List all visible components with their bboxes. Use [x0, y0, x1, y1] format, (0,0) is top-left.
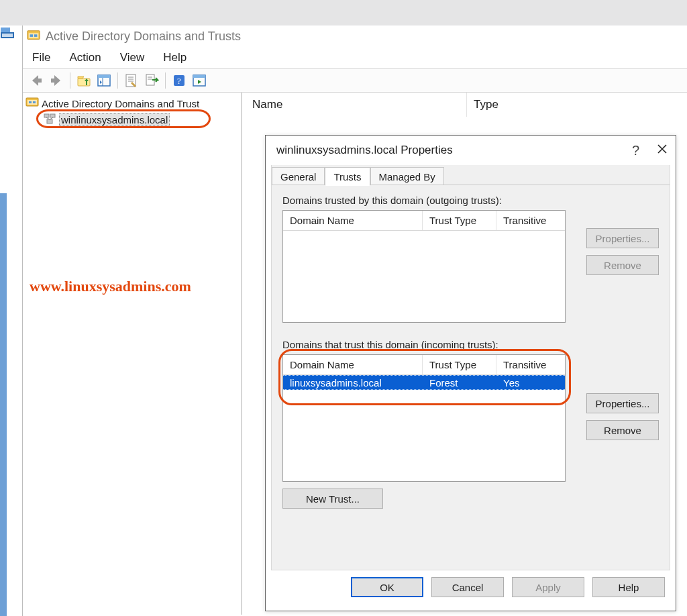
outer-banner	[0, 0, 687, 25]
svg-rect-9	[98, 75, 110, 78]
tab-trusts[interactable]: Trusts	[325, 167, 370, 186]
tree-root-row[interactable]: Active Directory Domains and Trust	[25, 95, 238, 111]
close-icon[interactable]	[657, 144, 668, 158]
menu-bar: File Action View Help	[23, 47, 687, 68]
outgoing-properties-button: Properties...	[586, 228, 659, 248]
dialog-body: General Trusts Managed By Domains truste…	[271, 165, 670, 570]
ok-button[interactable]: OK	[351, 577, 423, 597]
svg-rect-30	[47, 119, 52, 123]
tab-managed-by[interactable]: Managed By	[370, 167, 444, 186]
cell-trust-type: Forest	[423, 376, 496, 389]
domains-root-icon	[25, 96, 39, 111]
outgoing-side-buttons: Properties... Remove	[586, 228, 659, 275]
incoming-side-buttons: Properties... Remove	[586, 393, 659, 440]
menu-help[interactable]: Help	[163, 51, 187, 64]
new-trust-button[interactable]: New Trust...	[282, 489, 383, 509]
up-one-level-button[interactable]	[74, 71, 93, 90]
svg-rect-7	[78, 79, 90, 86]
svg-rect-5	[30, 34, 34, 37]
apply-button: Apply	[512, 577, 584, 597]
left-tab-edge	[0, 193, 7, 616]
toolbar-sep-2	[117, 72, 118, 89]
svg-text:?: ?	[177, 76, 181, 86]
properties-dialog: winlinuxsysadmins.local Properties ? Gen…	[265, 135, 676, 611]
show-hide-tree-button[interactable]	[95, 71, 113, 90]
svg-rect-28	[44, 114, 49, 117]
export-list-button[interactable]	[142, 71, 161, 90]
tab-page-trusts: Domains trusted by this domain (outgoing…	[272, 185, 670, 570]
list-col-type[interactable]: Type	[467, 93, 687, 117]
cancel-button[interactable]: Cancel	[431, 577, 504, 597]
table-row[interactable]: linuxsysadmins.local Forest Yes	[283, 375, 565, 390]
properties-button[interactable]	[122, 71, 141, 90]
incoming-trusts-table[interactable]: Domain Name Trust Type Transitive linuxs…	[282, 354, 566, 482]
server-manager-icon	[0, 25, 15, 40]
col-domain-name-2[interactable]: Domain Name	[283, 355, 423, 374]
list-header: Name Type	[242, 93, 687, 117]
menu-file[interactable]: File	[32, 51, 50, 64]
outgoing-table-body	[283, 231, 565, 322]
toolbar-sep-3	[165, 72, 166, 89]
col-transitive[interactable]: Transitive	[496, 211, 565, 230]
back-button[interactable]	[27, 71, 46, 90]
incoming-remove-button[interactable]: Remove	[586, 420, 659, 440]
list-col-name[interactable]: Name	[246, 93, 467, 117]
tab-strip: General Trusts Managed By	[272, 165, 670, 185]
tree-domain-row[interactable]: winlinuxsysadmins.local	[25, 111, 238, 127]
show-hide-action-pane-button[interactable]	[190, 71, 209, 90]
outgoing-table-header: Domain Name Trust Type Transitive	[283, 211, 565, 231]
svg-rect-29	[50, 114, 55, 117]
outgoing-remove-button: Remove	[586, 255, 659, 275]
toolbar-sep-1	[70, 72, 70, 89]
incoming-properties-button[interactable]: Properties...	[586, 393, 659, 413]
svg-rect-22	[193, 75, 205, 78]
incoming-table-body: linuxsysadmins.local Forest Yes	[283, 375, 565, 481]
svg-rect-2	[2, 34, 13, 37]
incoming-trusts-label: Domains that trust this domain (incoming…	[282, 339, 659, 350]
svg-marker-23	[198, 80, 201, 84]
menu-action[interactable]: Action	[69, 51, 101, 64]
toolbar: ?	[23, 68, 687, 93]
watermark-text: www.linuxsysadmins.com	[30, 278, 191, 295]
outer-left-fragment	[0, 25, 22, 616]
svg-rect-6	[34, 34, 38, 37]
title-bar: Active Directory Domains and Trusts	[23, 25, 687, 47]
menu-view[interactable]: View	[120, 51, 145, 64]
dialog-footer: OK Cancel Apply Help	[266, 570, 676, 604]
dialog-title-text: winlinuxsysadmins.local Properties	[276, 144, 453, 157]
svg-rect-26	[29, 101, 32, 103]
svg-marker-11	[100, 81, 102, 84]
col-trust-type-2[interactable]: Trust Type	[423, 355, 496, 374]
col-domain-name[interactable]: Domain Name	[283, 211, 423, 230]
incoming-table-header: Domain Name Trust Type Transitive	[283, 355, 565, 375]
cell-domain: linuxsysadmins.local	[283, 376, 423, 389]
forward-button[interactable]	[47, 71, 66, 90]
svg-rect-1	[1, 28, 10, 32]
app-icon	[27, 30, 40, 43]
help-button[interactable]: ?	[170, 71, 189, 90]
tree-root-label: Active Directory Domains and Trust	[42, 98, 199, 109]
cell-transitive: Yes	[496, 376, 565, 389]
domain-icon	[43, 112, 56, 127]
tree-pane[interactable]: Active Directory Domains and Trust winli…	[23, 93, 242, 615]
dialog-help-button[interactable]: ?	[632, 143, 639, 158]
tree-domain-label: winlinuxsysadmins.local	[59, 113, 170, 126]
tab-general[interactable]: General	[272, 167, 325, 186]
col-trust-type[interactable]: Trust Type	[423, 211, 496, 230]
dialog-title-bar[interactable]: winlinuxsysadmins.local Properties ?	[266, 136, 676, 165]
outgoing-trusts-table[interactable]: Domain Name Trust Type Transitive	[282, 210, 566, 323]
svg-rect-27	[33, 101, 36, 103]
outgoing-trusts-label: Domains trusted by this domain (outgoing…	[282, 195, 659, 206]
help-footer-button[interactable]: Help	[592, 577, 665, 597]
col-transitive-2[interactable]: Transitive	[496, 355, 565, 374]
window-title: Active Directory Domains and Trusts	[46, 30, 241, 44]
